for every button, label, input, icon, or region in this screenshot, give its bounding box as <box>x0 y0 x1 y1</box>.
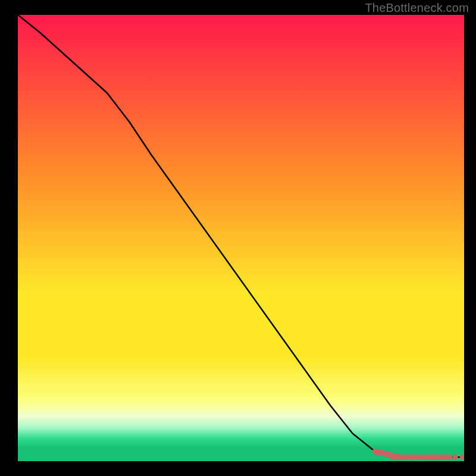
plot-svg <box>18 15 464 461</box>
marker-dot <box>453 455 458 460</box>
chart-stage: TheBottleneck.com <box>0 0 476 476</box>
marker-dot <box>447 455 453 460</box>
plot-area <box>18 15 464 461</box>
attribution-text: TheBottleneck.com <box>365 1 469 15</box>
plot-background <box>18 15 464 461</box>
